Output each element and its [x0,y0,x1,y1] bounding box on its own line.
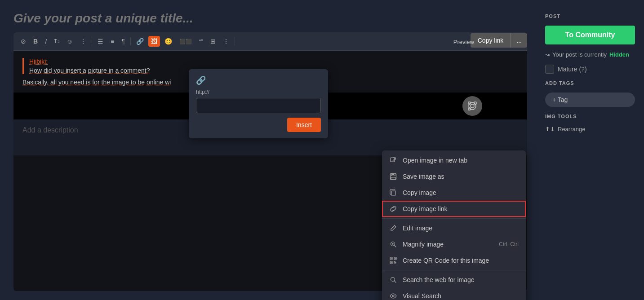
magnify-image-label: Magnify image [403,241,444,248]
mature-label: Mature (?) [558,66,587,73]
toolbar-bold-btn[interactable]: B [31,36,40,47]
toolbar-more1-btn[interactable]: ⋮ [77,36,89,47]
toolbar-list-btn[interactable]: ☰ [95,36,106,47]
open-new-tab-icon [389,156,397,164]
scan-icon [467,101,478,111]
context-copy-image-link[interactable]: Copy image link [382,201,526,217]
mature-checkbox[interactable] [545,65,554,74]
visual-search-icon [389,292,397,300]
context-sep-1 [382,218,526,219]
url-popup-label: http:// [196,89,321,95]
svg-rect-3 [474,102,476,104]
mature-row: Mature (?) [545,65,635,74]
copy-link-bar: Copy link ... [471,33,527,48]
copy-image-link-label: Copy image link [403,205,448,212]
toolbar-textsize-btn[interactable]: T↕ [51,36,62,46]
qr-icon [389,256,397,265]
context-magnify-image[interactable]: Magnify image Ctrl, Ctrl [382,236,526,252]
more-options-button[interactable]: ... [511,33,527,48]
rearrange-icon: ⬆⬇ [545,126,555,132]
url-input[interactable] [196,98,321,113]
magnify-shortcut: Ctrl, Ctrl [499,241,519,247]
context-menu: Open image in new tab Save image as Copy… [382,150,526,300]
open-image-new-tab-label: Open image in new tab [403,157,467,164]
svg-rect-18 [391,262,392,263]
toolbar-align-btn[interactable]: ≡ [108,36,117,47]
hidden-status-row: ↝ Your post is currently Hidden [545,51,635,58]
toolbar-emoji-btn[interactable]: 😊 [162,36,175,47]
context-open-image-new-tab[interactable]: Open image in new tab [382,152,526,168]
hidden-status-prefix: Your post is currently [552,51,607,58]
toolbar-image-btn[interactable]: 🖼 [148,36,160,47]
toolbar-more2-btn[interactable]: ⋮ [220,36,232,47]
svg-point-1 [471,104,474,108]
toolbar-sep-2 [130,37,131,45]
copy-image-label: Copy image [403,189,436,196]
scan-icon-container[interactable] [462,96,482,116]
toolbar-smiley-btn[interactable]: ☺ [64,36,76,47]
svg-point-21 [392,295,394,297]
url-image-popup: 🔗 http:// Insert [189,69,328,138]
svg-line-10 [395,246,396,247]
to-community-button[interactable]: To Community [545,26,635,44]
insert-button[interactable]: Insert [287,118,321,132]
context-visual-search[interactable]: Visual Search [382,288,526,300]
toolbar-gallery-btn[interactable]: ⬛⬛ [177,37,195,46]
hidden-status-value: Hidden [609,51,629,58]
editor-toolbar: ⊘ B I T↕ ☺ ⋮ ☰ ≡ ¶ 🔗 🖼 😊 ⬛⬛ “” ⊞ [13,32,527,51]
svg-rect-2 [468,102,471,104]
copy-icon [389,189,397,197]
img-tools-label: IMG TOOLS [545,114,635,119]
context-copy-image[interactable]: Copy image [382,185,526,201]
add-tags-label: ADD TAGS [545,80,635,86]
add-tag-button[interactable]: + Tag [545,93,635,107]
link-copy-icon [389,205,397,213]
context-search-web[interactable]: Search the web for image [382,272,526,288]
editor-content-area[interactable]: Hiibiki: How did you insert a picture in… [13,51,527,93]
toolbar-eraser-btn[interactable]: ⊘ [18,36,29,47]
toolbar-paragraph-btn[interactable]: ¶ [119,36,128,47]
toolbar-quote-btn[interactable]: “” [196,36,206,47]
svg-rect-14 [391,258,392,259]
edit-icon [389,224,397,232]
right-panel: POST To Community ↝ Your post is current… [536,9,644,291]
blockquote-name: Hiibiki: [29,58,518,65]
preview-button[interactable]: Preview [450,36,478,47]
save-icon [389,172,397,181]
magnify-icon [389,240,397,248]
create-qr-label: Create QR Code for this image [403,257,489,264]
svg-line-20 [395,281,396,283]
context-sep-2 [382,270,526,270]
rearrange-row: ⬆⬇ Rearrange [545,126,635,132]
toolbar-italic-btn[interactable]: I [42,36,49,47]
toolbar-link-btn[interactable]: 🔗 [133,36,147,47]
search-web-label: Search the web for image [403,276,475,283]
svg-point-0 [469,102,476,110]
save-image-label: Save image as [403,173,444,180]
svg-rect-16 [395,258,396,259]
post-section-label: POST [545,13,635,19]
context-save-image[interactable]: Save image as [382,168,526,185]
context-edit-image[interactable]: Edit image [382,220,526,236]
search-web-icon [389,276,397,284]
svg-rect-4 [468,108,471,110]
post-title-input[interactable] [13,9,527,28]
toolbar-sep-1 [92,37,92,45]
context-create-qr[interactable]: Create QR Code for this image [382,252,526,269]
svg-rect-7 [392,174,394,176]
edit-image-label: Edit image [403,225,432,232]
arrow-icon: ↝ [545,52,550,58]
toolbar-sep-3 [235,37,235,45]
svg-rect-8 [391,191,395,195]
visual-search-label: Visual Search [403,292,441,300]
rearrange-label: Rearrange [558,126,585,132]
toolbar-table-btn[interactable]: ⊞ [208,36,218,47]
link-icon: 🔗 [196,75,321,85]
